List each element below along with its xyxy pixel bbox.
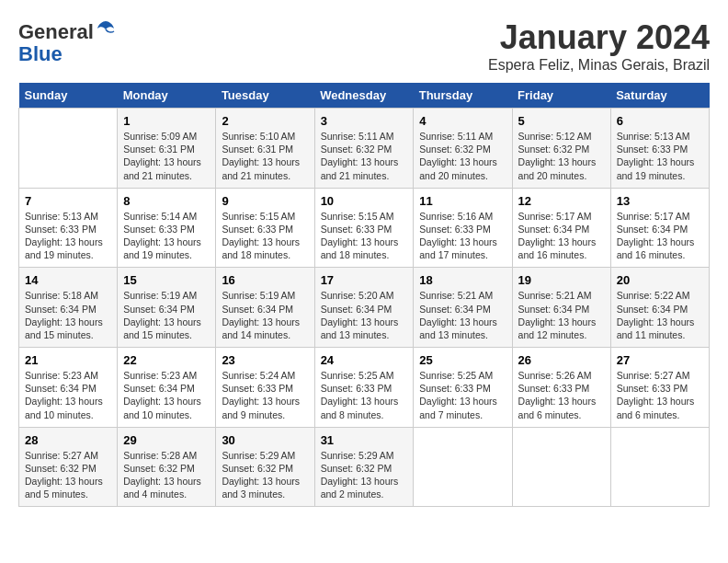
calendar-cell: 14Sunrise: 5:18 AMSunset: 6:34 PMDayligh… [19,268,118,348]
day-number: 2 [222,114,308,128]
calendar-cell: 8Sunrise: 5:14 AMSunset: 6:33 PMDaylight… [118,188,216,268]
calendar-week-row: 21Sunrise: 5:23 AMSunset: 6:34 PMDayligh… [19,348,710,428]
day-info: Sunrise: 5:21 AMSunset: 6:34 PMDaylight:… [419,289,506,341]
calendar-cell: 9Sunrise: 5:15 AMSunset: 6:33 PMDaylight… [216,188,314,268]
day-info: Sunrise: 5:17 AMSunset: 6:34 PMDaylight:… [617,210,703,262]
weekday-header-sunday: Sunday [19,83,118,109]
day-info: Sunrise: 5:09 AMSunset: 6:31 PMDaylight:… [123,130,210,182]
day-info: Sunrise: 5:15 AMSunset: 6:33 PMDaylight:… [321,210,408,262]
day-number: 30 [222,433,308,447]
day-info: Sunrise: 5:19 AMSunset: 6:34 PMDaylight:… [123,289,210,341]
day-info: Sunrise: 5:23 AMSunset: 6:34 PMDaylight:… [25,369,111,421]
day-number: 5 [518,114,605,128]
calendar-cell: 17Sunrise: 5:20 AMSunset: 6:34 PMDayligh… [314,268,414,348]
day-info: Sunrise: 5:25 AMSunset: 6:33 PMDaylight:… [419,369,506,421]
day-info: Sunrise: 5:27 AMSunset: 6:33 PMDaylight:… [617,369,703,421]
day-info: Sunrise: 5:21 AMSunset: 6:34 PMDaylight:… [518,289,605,341]
logo-blue: Blue [18,42,63,65]
day-number: 23 [222,353,308,367]
day-info: Sunrise: 5:20 AMSunset: 6:34 PMDaylight:… [321,289,408,341]
day-info: Sunrise: 5:22 AMSunset: 6:34 PMDaylight:… [617,289,703,341]
day-info: Sunrise: 5:29 AMSunset: 6:32 PMDaylight:… [321,449,408,501]
day-number: 31 [321,433,408,447]
day-number: 26 [518,353,605,367]
calendar-cell: 12Sunrise: 5:17 AMSunset: 6:34 PMDayligh… [512,188,610,268]
day-number: 17 [321,273,408,287]
calendar-cell: 5Sunrise: 5:12 AMSunset: 6:32 PMDaylight… [512,109,610,189]
calendar-cell: 16Sunrise: 5:19 AMSunset: 6:34 PMDayligh… [216,268,314,348]
day-number: 9 [222,194,308,208]
day-number: 1 [123,114,210,128]
day-number: 11 [419,194,506,208]
day-number: 27 [617,353,703,367]
weekday-header-row: SundayMondayTuesdayWednesdayThursdayFrid… [19,83,710,109]
day-info: Sunrise: 5:28 AMSunset: 6:32 PMDaylight:… [123,449,210,501]
day-number: 15 [123,273,210,287]
day-info: Sunrise: 5:11 AMSunset: 6:32 PMDaylight:… [419,130,506,182]
weekday-header-thursday: Thursday [414,83,512,109]
logo: General Blue [18,18,116,65]
day-info: Sunrise: 5:10 AMSunset: 6:31 PMDaylight:… [222,130,308,182]
day-number: 19 [518,273,605,287]
title-area: January 2024 Espera Feliz, Minas Gerais,… [488,18,710,74]
calendar-cell: 25Sunrise: 5:25 AMSunset: 6:33 PMDayligh… [414,348,512,428]
calendar-table: SundayMondayTuesdayWednesdayThursdayFrid… [18,83,710,507]
weekday-header-friday: Friday [512,83,610,109]
calendar-cell: 24Sunrise: 5:25 AMSunset: 6:33 PMDayligh… [314,348,414,428]
calendar-cell: 26Sunrise: 5:26 AMSunset: 6:33 PMDayligh… [512,348,610,428]
calendar-cell: 20Sunrise: 5:22 AMSunset: 6:34 PMDayligh… [610,268,709,348]
day-info: Sunrise: 5:15 AMSunset: 6:33 PMDaylight:… [222,210,308,262]
calendar-cell: 6Sunrise: 5:13 AMSunset: 6:33 PMDaylight… [610,109,709,189]
day-number: 8 [123,194,210,208]
calendar-cell: 11Sunrise: 5:16 AMSunset: 6:33 PMDayligh… [414,188,512,268]
page-header: General Blue January 2024 Espera Feliz, … [18,18,710,74]
day-number: 21 [25,353,111,367]
day-info: Sunrise: 5:24 AMSunset: 6:33 PMDaylight:… [222,369,308,421]
calendar-cell: 22Sunrise: 5:23 AMSunset: 6:34 PMDayligh… [118,348,216,428]
calendar-week-row: 7Sunrise: 5:13 AMSunset: 6:33 PMDaylight… [19,188,710,268]
calendar-cell: 3Sunrise: 5:11 AMSunset: 6:32 PMDaylight… [314,109,414,189]
calendar-cell: 19Sunrise: 5:21 AMSunset: 6:34 PMDayligh… [512,268,610,348]
day-info: Sunrise: 5:13 AMSunset: 6:33 PMDaylight:… [25,210,111,262]
calendar-cell: 10Sunrise: 5:15 AMSunset: 6:33 PMDayligh… [314,188,414,268]
calendar-cell: 7Sunrise: 5:13 AMSunset: 6:33 PMDaylight… [19,188,118,268]
day-number: 12 [518,194,605,208]
calendar-cell [414,427,512,507]
day-number: 20 [617,273,703,287]
calendar-cell: 29Sunrise: 5:28 AMSunset: 6:32 PMDayligh… [118,427,216,507]
day-info: Sunrise: 5:26 AMSunset: 6:33 PMDaylight:… [518,369,605,421]
day-number: 6 [617,114,703,128]
day-number: 16 [222,273,308,287]
day-info: Sunrise: 5:12 AMSunset: 6:32 PMDaylight:… [518,130,605,182]
calendar-cell: 18Sunrise: 5:21 AMSunset: 6:34 PMDayligh… [414,268,512,348]
day-number: 14 [25,273,111,287]
calendar-cell: 27Sunrise: 5:27 AMSunset: 6:33 PMDayligh… [610,348,709,428]
day-info: Sunrise: 5:11 AMSunset: 6:32 PMDaylight:… [321,130,408,182]
day-number: 18 [419,273,506,287]
calendar-cell: 15Sunrise: 5:19 AMSunset: 6:34 PMDayligh… [118,268,216,348]
calendar-cell [610,427,709,507]
weekday-header-saturday: Saturday [610,83,709,109]
location-title: Espera Feliz, Minas Gerais, Brazil [488,57,710,74]
day-info: Sunrise: 5:19 AMSunset: 6:34 PMDaylight:… [222,289,308,341]
day-number: 22 [123,353,210,367]
calendar-week-row: 1Sunrise: 5:09 AMSunset: 6:31 PMDaylight… [19,109,710,189]
weekday-header-tuesday: Tuesday [216,83,314,109]
calendar-cell: 23Sunrise: 5:24 AMSunset: 6:33 PMDayligh… [216,348,314,428]
day-info: Sunrise: 5:14 AMSunset: 6:33 PMDaylight:… [123,210,210,262]
day-number: 7 [25,194,111,208]
month-title: January 2024 [488,18,710,57]
day-number: 4 [419,114,506,128]
logo-bird-icon [96,18,116,39]
calendar-cell: 1Sunrise: 5:09 AMSunset: 6:31 PMDaylight… [118,109,216,189]
day-number: 28 [25,433,111,447]
calendar-cell: 28Sunrise: 5:27 AMSunset: 6:32 PMDayligh… [19,427,118,507]
calendar-cell [19,109,118,189]
day-info: Sunrise: 5:29 AMSunset: 6:32 PMDaylight:… [222,449,308,501]
calendar-cell [512,427,610,507]
weekday-header-monday: Monday [118,83,216,109]
calendar-cell: 30Sunrise: 5:29 AMSunset: 6:32 PMDayligh… [216,427,314,507]
day-number: 24 [321,353,408,367]
calendar-cell: 13Sunrise: 5:17 AMSunset: 6:34 PMDayligh… [610,188,709,268]
logo-text: General Blue [18,18,116,65]
